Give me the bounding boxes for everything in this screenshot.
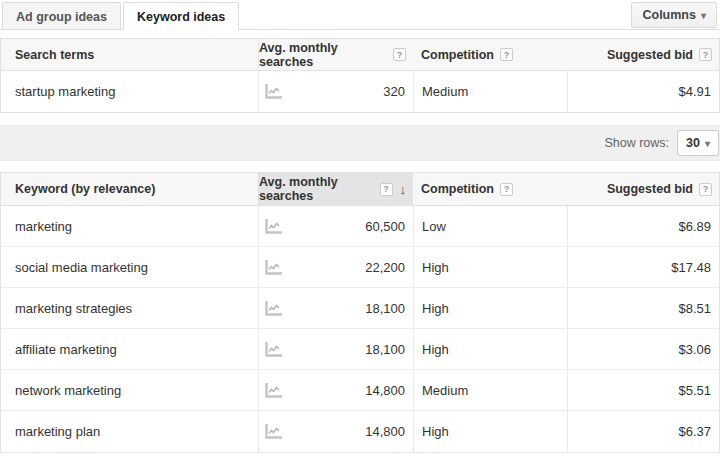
keyword-header-row: Keyword (by relevance) Avg. monthly sear… <box>1 173 719 206</box>
header-label: Competition <box>421 182 494 196</box>
columns-button[interactable]: Columns▾ <box>631 2 717 28</box>
show-rows-label: Show rows: <box>604 136 669 150</box>
tab-ad-group-ideas[interactable]: Ad group ideas <box>2 2 121 30</box>
help-icon[interactable]: ? <box>500 183 513 196</box>
keyword-cell: network marketing <box>1 370 258 410</box>
search-term-cell: startup marketing <box>1 71 258 112</box>
trend-chart-icon[interactable] <box>265 260 282 275</box>
help-icon[interactable]: ? <box>380 183 393 196</box>
tab-bar: Ad group ideas Keyword ideas Columns▾ <box>0 0 720 30</box>
help-icon[interactable]: ? <box>699 48 712 61</box>
searches-value: 18,100 <box>365 342 405 357</box>
competition-cell: Low <box>413 206 567 246</box>
table-row: social media marketing 22,200 High $17.4… <box>1 247 719 288</box>
keyword-cell: marketing strategies <box>1 288 258 328</box>
table-row: affiliate marketing 18,100 High $3.06 <box>1 329 719 370</box>
searches-value: 60,500 <box>365 219 405 234</box>
bid-cell: $17.48 <box>567 247 719 287</box>
trend-chart-icon[interactable] <box>265 342 282 357</box>
trend-chart-icon[interactable] <box>265 84 282 99</box>
header-competition[interactable]: Competition ? <box>413 39 567 70</box>
help-icon[interactable]: ? <box>500 48 513 61</box>
show-rows-value: 30 <box>686 136 700 150</box>
header-search-terms[interactable]: Search terms <box>1 39 258 70</box>
header-keyword-by-relevance[interactable]: Keyword (by relevance) <box>1 173 258 205</box>
table-row: startup marketing 320 Medium $4.91 <box>1 71 719 112</box>
help-icon[interactable]: ? <box>699 183 712 196</box>
bid-cell: $5.51 <box>567 370 719 410</box>
table-row: network marketing 14,800 Medium $5.51 <box>1 370 719 411</box>
search-terms-header-row: Search terms Avg. monthly searches ? Com… <box>1 39 719 71</box>
table-row: marketing strategies 18,100 High $8.51 <box>1 288 719 329</box>
searches-cell: 18,100 <box>258 329 413 369</box>
searches-value: 14,800 <box>365 383 405 398</box>
header-avg-monthly-searches[interactable]: Avg. monthly searches ? <box>258 39 413 70</box>
competition-cell: Medium <box>413 370 567 410</box>
keyword-rows: marketing 60,500 Low $6.89 social media … <box>1 206 719 452</box>
header-label: Avg. monthly searches <box>259 175 374 203</box>
searches-cell: 14,800 <box>258 370 413 410</box>
header-avg-monthly-searches-sorted[interactable]: Avg. monthly searches ? ↓ <box>258 173 413 205</box>
columns-button-label: Columns <box>642 8 695 22</box>
sort-descending-icon: ↓ <box>400 182 407 197</box>
keyword-cell: affiliate marketing <box>1 329 258 369</box>
header-suggested-bid[interactable]: Suggested bid ? <box>567 39 719 70</box>
header-suggested-bid[interactable]: Suggested bid ? <box>567 173 719 205</box>
competition-cell: High <box>413 411 567 452</box>
trend-chart-icon[interactable] <box>265 424 282 439</box>
header-label: Suggested bid <box>607 182 693 196</box>
chevron-down-icon: ▾ <box>701 10 706 21</box>
bid-cell: $3.06 <box>567 329 719 369</box>
table-row: marketing 60,500 Low $6.89 <box>1 206 719 247</box>
competition-cell: High <box>413 329 567 369</box>
searches-value: 320 <box>383 84 405 99</box>
searches-cell: 320 <box>258 71 413 112</box>
table-row: marketing plan 14,800 High $6.37 <box>1 411 719 452</box>
keyword-cell: marketing plan <box>1 411 258 452</box>
keyword-ideas-table: Keyword (by relevance) Avg. monthly sear… <box>0 172 720 453</box>
trend-chart-icon[interactable] <box>265 219 282 234</box>
keyword-cell: marketing <box>1 206 258 246</box>
bid-cell: $6.89 <box>567 206 719 246</box>
show-rows-dropdown[interactable]: 30▾ <box>677 130 719 156</box>
searches-value: 22,200 <box>365 260 405 275</box>
tab-keyword-ideas[interactable]: Keyword ideas <box>123 2 239 31</box>
searches-value: 14,800 <box>365 424 405 439</box>
help-icon[interactable]: ? <box>393 48 406 61</box>
searches-value: 18,100 <box>365 301 405 316</box>
trend-chart-icon[interactable] <box>265 383 282 398</box>
bid-cell: $8.51 <box>567 288 719 328</box>
searches-cell: 22,200 <box>258 247 413 287</box>
chevron-down-icon: ▾ <box>705 138 710 149</box>
trend-chart-icon[interactable] <box>265 301 282 316</box>
bid-cell: $4.91 <box>567 71 719 112</box>
searches-cell: 14,800 <box>258 411 413 452</box>
competition-cell: High <box>413 288 567 328</box>
header-label: Suggested bid <box>607 48 693 62</box>
searches-cell: 18,100 <box>258 288 413 328</box>
header-label: Avg. monthly searches <box>259 41 387 69</box>
searches-cell: 60,500 <box>258 206 413 246</box>
competition-cell: High <box>413 247 567 287</box>
keyword-cell: social media marketing <box>1 247 258 287</box>
header-label: Competition <box>421 48 494 62</box>
search-terms-table: Search terms Avg. monthly searches ? Com… <box>0 38 720 113</box>
header-competition[interactable]: Competition ? <box>413 173 567 205</box>
show-rows-band: Show rows: 30▾ <box>0 125 720 161</box>
competition-cell: Medium <box>413 71 567 112</box>
bid-cell: $6.37 <box>567 411 719 452</box>
